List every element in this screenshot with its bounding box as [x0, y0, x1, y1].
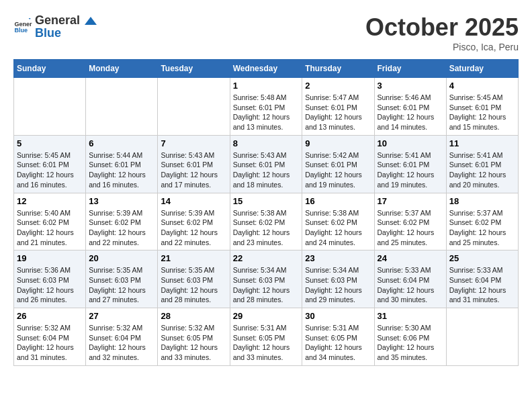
day-content: Sunrise: 5:37 AM Sunset: 6:02 PM Dayligh…: [449, 208, 515, 248]
day-content: Sunrise: 5:31 AM Sunset: 6:05 PM Dayligh…: [305, 323, 371, 363]
week-row-1: 1Sunrise: 5:48 AM Sunset: 6:01 PM Daylig…: [14, 78, 519, 136]
week-row-2: 5Sunrise: 5:45 AM Sunset: 6:01 PM Daylig…: [14, 135, 519, 193]
day-number: 29: [233, 311, 300, 321]
day-number: 14: [161, 196, 226, 206]
day-content: Sunrise: 5:33 AM Sunset: 6:04 PM Dayligh…: [449, 265, 515, 305]
day-content: Sunrise: 5:34 AM Sunset: 6:03 PM Dayligh…: [305, 265, 371, 305]
day-content: Sunrise: 5:40 AM Sunset: 6:02 PM Dayligh…: [17, 208, 83, 248]
calendar-cell: 14Sunrise: 5:39 AM Sunset: 6:02 PM Dayli…: [158, 193, 230, 250]
calendar-cell: 16Sunrise: 5:38 AM Sunset: 6:02 PM Dayli…: [302, 193, 374, 250]
day-number: 6: [89, 138, 154, 148]
calendar-cell: 5Sunrise: 5:45 AM Sunset: 6:01 PM Daylig…: [14, 135, 86, 193]
col-header-monday: Monday: [86, 60, 158, 78]
calendar-cell: 13Sunrise: 5:39 AM Sunset: 6:02 PM Dayli…: [86, 193, 158, 250]
week-row-5: 26Sunrise: 5:32 AM Sunset: 6:04 PM Dayli…: [14, 308, 519, 366]
day-number: 4: [449, 81, 515, 91]
col-header-wednesday: Wednesday: [230, 60, 302, 78]
calendar-cell: 28Sunrise: 5:32 AM Sunset: 6:05 PM Dayli…: [158, 308, 230, 366]
day-number: 27: [89, 311, 154, 321]
calendar-cell: [158, 78, 230, 136]
calendar-cell: 3Sunrise: 5:46 AM Sunset: 6:01 PM Daylig…: [374, 78, 446, 136]
day-content: Sunrise: 5:43 AM Sunset: 6:01 PM Dayligh…: [233, 150, 300, 190]
day-content: Sunrise: 5:37 AM Sunset: 6:02 PM Dayligh…: [378, 208, 443, 248]
day-number: 2: [305, 81, 371, 91]
calendar-cell: 21Sunrise: 5:35 AM Sunset: 6:03 PM Dayli…: [158, 250, 230, 308]
col-header-tuesday: Tuesday: [158, 60, 230, 78]
calendar-table: SundayMondayTuesdayWednesdayThursdayFrid…: [13, 59, 519, 366]
day-number: 19: [17, 253, 83, 263]
svg-marker-2: [29, 18, 31, 19]
col-header-saturday: Saturday: [446, 60, 518, 78]
day-number: 7: [161, 138, 226, 148]
day-content: Sunrise: 5:30 AM Sunset: 6:06 PM Dayligh…: [378, 323, 443, 363]
location-subtitle: Pisco, Ica, Peru: [365, 42, 519, 52]
calendar-cell: 25Sunrise: 5:33 AM Sunset: 6:04 PM Dayli…: [446, 250, 518, 308]
logo-blue: Blue: [35, 26, 97, 40]
day-content: Sunrise: 5:48 AM Sunset: 6:01 PM Dayligh…: [233, 93, 300, 132]
day-number: 23: [305, 253, 371, 263]
calendar-cell: 4Sunrise: 5:45 AM Sunset: 6:01 PM Daylig…: [446, 78, 518, 136]
day-content: Sunrise: 5:45 AM Sunset: 6:01 PM Dayligh…: [449, 93, 515, 132]
logo-general: General: [35, 13, 80, 27]
calendar-cell: 22Sunrise: 5:34 AM Sunset: 6:03 PM Dayli…: [230, 250, 302, 308]
day-number: 22: [233, 253, 300, 263]
logo-chevron-icon: [85, 15, 97, 28]
day-number: 25: [449, 253, 515, 263]
day-content: Sunrise: 5:36 AM Sunset: 6:03 PM Dayligh…: [17, 265, 83, 305]
page-header: General Blue General Blue October 2025 P…: [13, 13, 519, 52]
title-block: October 2025 Pisco, Ica, Peru: [365, 13, 519, 52]
day-number: 18: [449, 196, 515, 206]
day-content: Sunrise: 5:47 AM Sunset: 6:01 PM Dayligh…: [305, 93, 371, 132]
calendar-cell: 24Sunrise: 5:33 AM Sunset: 6:04 PM Dayli…: [374, 250, 446, 308]
calendar-cell: 31Sunrise: 5:30 AM Sunset: 6:06 PM Dayli…: [374, 308, 446, 366]
month-year-title: October 2025: [365, 13, 519, 42]
day-content: Sunrise: 5:32 AM Sunset: 6:05 PM Dayligh…: [161, 323, 226, 363]
calendar-cell: 26Sunrise: 5:32 AM Sunset: 6:04 PM Dayli…: [14, 308, 86, 366]
day-content: Sunrise: 5:46 AM Sunset: 6:01 PM Dayligh…: [378, 93, 443, 132]
day-number: 16: [305, 196, 371, 206]
header-row: SundayMondayTuesdayWednesdayThursdayFrid…: [14, 60, 519, 78]
day-content: Sunrise: 5:38 AM Sunset: 6:02 PM Dayligh…: [305, 208, 371, 248]
calendar-cell: 8Sunrise: 5:43 AM Sunset: 6:01 PM Daylig…: [230, 135, 302, 193]
day-content: Sunrise: 5:31 AM Sunset: 6:05 PM Dayligh…: [233, 323, 300, 363]
day-number: 10: [378, 138, 443, 148]
calendar-cell: 18Sunrise: 5:37 AM Sunset: 6:02 PM Dayli…: [446, 193, 518, 250]
calendar-cell: 20Sunrise: 5:35 AM Sunset: 6:03 PM Dayli…: [86, 250, 158, 308]
day-number: 26: [17, 311, 83, 321]
calendar-cell: [14, 78, 86, 136]
day-number: 21: [161, 253, 226, 263]
week-row-3: 12Sunrise: 5:40 AM Sunset: 6:02 PM Dayli…: [14, 193, 519, 250]
day-content: Sunrise: 5:33 AM Sunset: 6:04 PM Dayligh…: [378, 265, 443, 305]
calendar-cell: 19Sunrise: 5:36 AM Sunset: 6:03 PM Dayli…: [14, 250, 86, 308]
day-number: 20: [89, 253, 154, 263]
svg-text:General: General: [14, 21, 32, 28]
day-number: 28: [161, 311, 226, 321]
svg-marker-3: [85, 17, 97, 25]
week-row-4: 19Sunrise: 5:36 AM Sunset: 6:03 PM Dayli…: [14, 250, 519, 308]
calendar-cell: 6Sunrise: 5:44 AM Sunset: 6:01 PM Daylig…: [86, 135, 158, 193]
logo-icon: General Blue: [13, 17, 32, 36]
day-content: Sunrise: 5:43 AM Sunset: 6:01 PM Dayligh…: [161, 150, 226, 190]
calendar-cell: 15Sunrise: 5:38 AM Sunset: 6:02 PM Dayli…: [230, 193, 302, 250]
calendar-cell: 9Sunrise: 5:42 AM Sunset: 6:01 PM Daylig…: [302, 135, 374, 193]
col-header-friday: Friday: [374, 60, 446, 78]
calendar-cell: 12Sunrise: 5:40 AM Sunset: 6:02 PM Dayli…: [14, 193, 86, 250]
day-content: Sunrise: 5:35 AM Sunset: 6:03 PM Dayligh…: [89, 265, 154, 305]
day-number: 17: [378, 196, 443, 206]
day-content: Sunrise: 5:32 AM Sunset: 6:04 PM Dayligh…: [17, 323, 83, 363]
calendar-cell: 17Sunrise: 5:37 AM Sunset: 6:02 PM Dayli…: [374, 193, 446, 250]
day-number: 12: [17, 196, 83, 206]
day-content: Sunrise: 5:42 AM Sunset: 6:01 PM Dayligh…: [305, 150, 371, 190]
logo: General Blue General Blue: [13, 13, 97, 40]
day-number: 24: [378, 253, 443, 263]
day-number: 1: [233, 81, 300, 91]
col-header-thursday: Thursday: [302, 60, 374, 78]
day-content: Sunrise: 5:38 AM Sunset: 6:02 PM Dayligh…: [233, 208, 300, 248]
day-content: Sunrise: 5:45 AM Sunset: 6:01 PM Dayligh…: [17, 150, 83, 190]
day-number: 13: [89, 196, 154, 206]
day-number: 15: [233, 196, 300, 206]
calendar-cell: 7Sunrise: 5:43 AM Sunset: 6:01 PM Daylig…: [158, 135, 230, 193]
calendar-cell: [446, 308, 518, 366]
day-content: Sunrise: 5:41 AM Sunset: 6:01 PM Dayligh…: [378, 150, 443, 190]
day-content: Sunrise: 5:44 AM Sunset: 6:01 PM Dayligh…: [89, 150, 154, 190]
